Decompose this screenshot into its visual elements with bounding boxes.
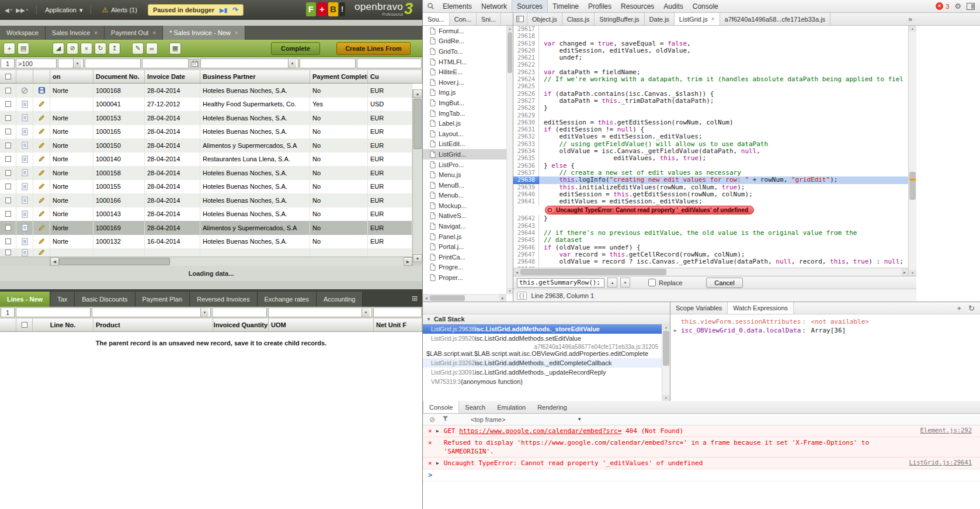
invoice-row[interactable]: Norte 1000169 28-04-2014 Alimentos y Sup…: [0, 221, 412, 235]
document-icon[interactable]: [22, 196, 28, 204]
edit-pencil-icon[interactable]: [38, 210, 45, 217]
row-checkbox[interactable]: [5, 250, 11, 255]
scroll-up-icon[interactable]: ▲: [413, 89, 422, 98]
sources-sidebar-tab[interactable]: Sou...: [423, 13, 450, 25]
expand-icon[interactable]: ▶: [436, 460, 441, 466]
editor-file-tab[interactable]: Class.js ×: [562, 13, 595, 25]
scroll-left-icon[interactable]: ◀: [50, 257, 59, 266]
line-number[interactable]: 29642: [513, 215, 539, 222]
window-tab[interactable]: * Sales Invoice - New ×: [163, 26, 245, 40]
search-input[interactable]: [517, 278, 604, 288]
expand-icon[interactable]: ▶: [436, 428, 441, 434]
document-icon[interactable]: [22, 169, 28, 176]
scrollbar-thumb[interactable]: [59, 258, 170, 265]
col-uom[interactable]: UOM: [269, 318, 374, 331]
create-lines-from-button[interactable]: Create Lines From: [336, 42, 411, 55]
debugger-sidebar-tab[interactable]: Watch Expressions: [728, 302, 794, 314]
document-icon[interactable]: [22, 249, 28, 257]
line-number[interactable]: 29633: [513, 141, 539, 148]
row-checkbox[interactable]: [5, 238, 11, 244]
document-icon[interactable]: [22, 210, 28, 218]
col-payment-complete[interactable]: Payment Complete: [310, 70, 368, 83]
console-source-link[interactable]: Element.js:292: [920, 427, 972, 434]
scrollbar-thumb[interactable]: [520, 269, 666, 275]
line-number[interactable]: 29640: [513, 191, 539, 198]
select-all-checkbox[interactable]: [5, 74, 11, 79]
scroll-left-icon[interactable]: ◀: [423, 295, 430, 302]
line-number[interactable]: 29628: [513, 105, 539, 112]
console-drawer-tab[interactable]: Search: [459, 401, 491, 413]
search-icon[interactable]: [423, 2, 438, 10]
chevron-down-icon[interactable]: ▼: [73, 59, 81, 68]
invoice-row[interactable]: Norte 1000165 28-04-2014 Hoteles Buenas …: [0, 125, 412, 139]
line-number[interactable]: 29646: [513, 244, 539, 251]
file-tree-item[interactable]: GridTo...: [423, 46, 506, 57]
file-tree-item[interactable]: HTMLFl...: [423, 57, 506, 67]
line-number[interactable]: 29632: [513, 133, 539, 140]
expand-icon[interactable]: ▶: [674, 328, 680, 333]
collapse-icon[interactable]: ▼: [426, 317, 431, 322]
editor-vertical-scrollbar[interactable]: ▲ ▼: [908, 26, 916, 276]
invoice-row[interactable]: Norte 1000166 28-04-2014 Hoteles Buenas …: [0, 193, 412, 207]
row-checkbox[interactable]: [5, 156, 11, 162]
filter-input[interactable]: [16, 307, 91, 317]
child-tab[interactable]: Exchange rates: [258, 292, 317, 307]
call-stack-frame[interactable]: ListGrid.js:33091 isc.ListGrid.addMethod…: [423, 368, 662, 377]
edit-pencil-icon[interactable]: [38, 183, 45, 190]
line-number[interactable]: 29618: [513, 33, 539, 40]
step-over-icon[interactable]: ↷: [232, 6, 238, 14]
line-number[interactable]: 29635: [513, 155, 539, 162]
filter-input-doc[interactable]: [16, 58, 57, 68]
alerts-indicator[interactable]: ⚠Alerts (1): [102, 6, 137, 14]
row-checkbox[interactable]: [5, 211, 11, 217]
chevron-down-icon[interactable]: ▼: [288, 59, 296, 68]
file-tree-item[interactable]: Progre...: [423, 262, 506, 273]
line-number[interactable]: 29636: [513, 162, 539, 169]
line-number[interactable]: 29641: [513, 198, 539, 205]
col-document-no[interactable]: Document No.: [93, 70, 145, 83]
line-number[interactable]: 29634: [513, 148, 539, 155]
line-number[interactable]: 29644: [513, 230, 539, 237]
line-number[interactable]: 29617: [513, 26, 539, 33]
watch-expression[interactable]: ▶ this.viewForm.sessionAttributes: <not …: [670, 317, 980, 326]
cancel-button[interactable]: Cancel: [706, 278, 742, 288]
col-invoiced-quantity[interactable]: Invoiced Quantity: [213, 318, 269, 331]
edit-pencil-icon[interactable]: [38, 101, 45, 108]
devtools-panel-tab[interactable]: Resources: [616, 0, 659, 12]
window-tab[interactable]: Sales Invoice ×: [46, 26, 105, 40]
file-tree-item[interactable]: Portal.j...: [423, 241, 506, 252]
chevron-down-icon[interactable]: ▼: [200, 308, 208, 317]
line-number[interactable]: 29625: [513, 83, 539, 90]
row-checkbox[interactable]: [5, 129, 11, 134]
editor-file-tab[interactable]: Date.js ×: [645, 13, 675, 25]
row-checkbox[interactable]: [5, 183, 11, 189]
frame-location[interactable]: ListGrid.js:29520: [431, 335, 475, 342]
file-tree-item[interactable]: Img.js: [423, 88, 506, 98]
child-tab[interactable]: Tax: [50, 292, 75, 307]
line-number[interactable]: 29626: [513, 91, 539, 98]
call-stack-frame[interactable]: ListGrid.js:29520 isc.ListGrid.addMethod…: [423, 334, 662, 343]
scroll-down-icon[interactable]: ▼: [507, 288, 513, 294]
sources-sidebar-tab[interactable]: Sni...: [477, 13, 501, 25]
scroll-right-icon[interactable]: ▶: [901, 268, 908, 276]
edit-pencil-icon[interactable]: [38, 142, 45, 149]
close-tab-icon[interactable]: ×: [94, 30, 98, 36]
line-number[interactable]: 29643: [513, 223, 539, 230]
document-icon[interactable]: [22, 183, 28, 191]
find-next-icon[interactable]: ▼: [620, 278, 630, 288]
call-stack-scrollbar[interactable]: ▲ ▼: [662, 324, 670, 401]
attachment-icon[interactable]: ✎: [132, 43, 144, 54]
editor-file-tab[interactable]: Object.js ×: [527, 13, 562, 25]
close-tab-icon[interactable]: ×: [152, 30, 156, 36]
new-record-icon[interactable]: +: [4, 43, 15, 54]
add-watch-icon[interactable]: +: [957, 304, 962, 313]
devtools-panel-tab[interactable]: Profiles: [583, 0, 616, 12]
child-tab[interactable]: Basic Discounts: [75, 292, 135, 307]
frame-location[interactable]: a7f6240a1496a58677e04cfe171eb33a.js:3120…: [426, 344, 658, 350]
col-business-partner[interactable]: Business Partner: [200, 70, 310, 83]
edit-pencil-icon[interactable]: [38, 169, 45, 176]
devtools-panel-tab[interactable]: Sources: [512, 0, 548, 12]
scroll-up-icon[interactable]: ▲: [507, 26, 513, 32]
col-organization[interactable]: on: [50, 70, 93, 83]
invoice-row[interactable]: Norte 1000143 28-04-2014 Hoteles Buenas …: [0, 207, 412, 221]
